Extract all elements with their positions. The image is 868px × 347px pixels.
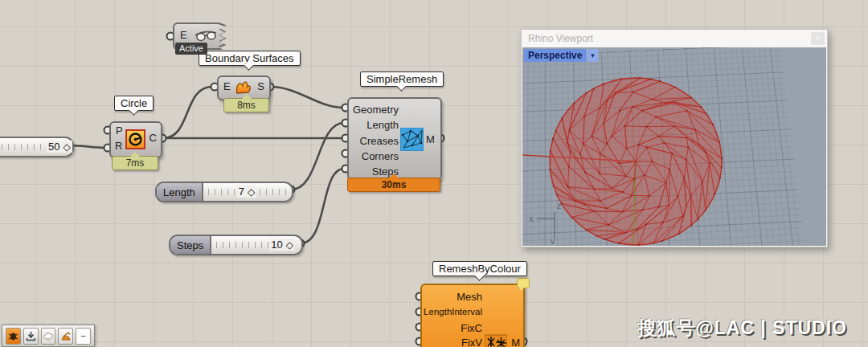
rhino-viewport-panel[interactable]: Rhino Viewport × Perspective ▾ x z y: [521, 29, 828, 247]
input-pin-corners[interactable]: Corners: [349, 149, 399, 164]
slider-track[interactable]: 50: [0, 138, 72, 156]
output-pin-m[interactable]: M: [511, 337, 520, 347]
input-pin-e[interactable]: E: [180, 29, 187, 41]
input-pin-mesh[interactable]: Mesh: [457, 291, 482, 303]
simple-remesh-tag-label: SimpleRemesh: [366, 73, 437, 85]
canvas-mini-toolbar: −: [2, 325, 95, 347]
viewport-title: Rhino Viewport: [528, 33, 593, 44]
steps-slider[interactable]: Steps 10: [169, 235, 303, 255]
simple-remesh-component[interactable]: Geometry Length Creases Corners Steps M: [347, 97, 442, 181]
radius-slider[interactable]: 50: [0, 137, 74, 157]
input-pin-e[interactable]: E: [223, 80, 231, 92]
watermark: 搜狐号@LAC | STUDIO: [637, 316, 847, 341]
runtime-badge: 8ms: [223, 98, 269, 112]
remesh-by-colour-component[interactable]: Mesh LengthInterval FixC FixV M: [420, 284, 525, 347]
output-pin-m[interactable]: M: [426, 133, 435, 145]
input-pin-fixc[interactable]: FixC: [461, 322, 482, 334]
markup-tool-button[interactable]: [41, 328, 56, 345]
input-pin-lengthinterval[interactable]: LengthInterval: [424, 307, 482, 316]
slider-value[interactable]: 7: [237, 186, 256, 198]
close-icon[interactable]: ×: [811, 32, 825, 45]
camera-selector[interactable]: Perspective ▾: [524, 49, 598, 62]
wire: [163, 87, 212, 138]
slider-label: Length: [157, 183, 203, 201]
axis-z-label: z: [557, 201, 562, 210]
output-pin-s[interactable]: S: [257, 80, 264, 92]
boundary-surfaces-tag: Boundary Surfaces: [199, 51, 301, 66]
warning-balloon-icon[interactable]: [517, 278, 530, 288]
viewport-canvas[interactable]: Perspective ▾ x z y: [522, 47, 826, 246]
circle-tag: Circle: [114, 96, 154, 111]
input-pin-geometry[interactable]: Geometry: [349, 102, 399, 117]
input-pin-fixv[interactable]: FixV: [461, 337, 482, 347]
remesh-colour-icon: [485, 333, 507, 347]
wire: [291, 123, 344, 190]
plotter-tool-button[interactable]: [58, 328, 73, 345]
runtime-badge: 30ms: [347, 178, 440, 192]
boundary-surfaces-tag-label: Boundary Surfaces: [205, 52, 294, 64]
simple-remesh-tag: SimpleRemesh: [360, 71, 444, 87]
plotter-icon: [60, 331, 72, 341]
input-pin-p[interactable]: P: [116, 125, 123, 137]
input-pin-creases[interactable]: Creases: [349, 133, 399, 149]
remesh-by-colour-tag: RemeshByColour: [432, 261, 527, 276]
slider-track[interactable]: 10: [211, 236, 301, 254]
axis-gizmo: x z y: [524, 198, 566, 244]
camera-name[interactable]: Perspective: [524, 49, 586, 62]
remesh-by-colour-tag-label: RemeshByColour: [439, 263, 521, 275]
save-state-button[interactable]: [23, 328, 39, 345]
bug-icon: [8, 331, 18, 341]
chevron-down-icon[interactable]: ▾: [587, 49, 598, 62]
slider-value[interactable]: 50: [47, 141, 72, 153]
input-pin-r[interactable]: R: [115, 140, 122, 152]
download-icon: [26, 331, 36, 341]
surface-icon: [235, 79, 252, 96]
cloud-icon: [43, 331, 54, 341]
input-pin-length[interactable]: Length: [349, 117, 399, 133]
input-pins: Geometry Length Creases Corners Steps: [349, 102, 399, 179]
output-pin-c[interactable]: C: [149, 132, 157, 144]
slider-value[interactable]: 10: [269, 239, 295, 251]
runtime-badge: 7ms: [112, 156, 158, 170]
axis-y-label: y: [551, 236, 555, 244]
slider-track[interactable]: 7: [203, 183, 292, 201]
viewport-titlebar[interactable]: Rhino Viewport: [522, 30, 827, 47]
viewport-mesh: [522, 47, 826, 246]
minus-icon: −: [80, 331, 85, 341]
collapse-toolbar-button[interactable]: −: [76, 328, 91, 345]
remesh-icon: [400, 128, 424, 151]
sketch-tool-button[interactable]: [6, 328, 21, 345]
wire: [69, 145, 105, 148]
wire: [270, 87, 344, 108]
circle-tag-label: Circle: [121, 97, 147, 109]
grasshopper-canvas[interactable]: 50 P R C 7ms Circle E Active Boundary Su…: [0, 0, 868, 347]
glasses-icon: [192, 28, 221, 44]
circle-icon: [125, 129, 145, 149]
active-tooltip: Active: [175, 43, 207, 55]
axis-x-label: x: [529, 214, 534, 223]
length-slider[interactable]: Length 7: [155, 182, 293, 202]
slider-label: Steps: [170, 236, 211, 254]
